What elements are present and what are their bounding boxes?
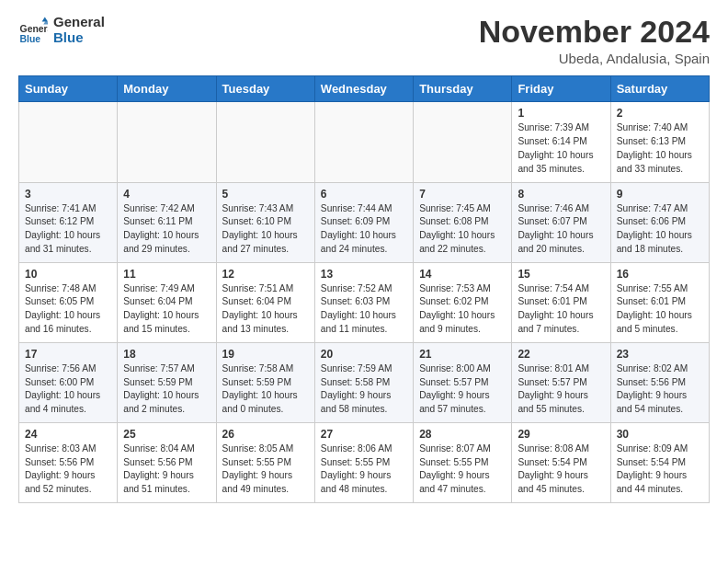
title-block: November 2024 Ubeda, Andalusia, Spain <box>479 15 710 66</box>
month-title: November 2024 <box>479 15 710 49</box>
day-info: Sunrise: 7:54 AM Sunset: 6:01 PM Dayligh… <box>518 282 604 337</box>
day-info: Sunrise: 8:05 AM Sunset: 5:55 PM Dayligh… <box>222 442 309 497</box>
day-number: 17 <box>25 348 111 361</box>
day-number: 28 <box>419 428 506 441</box>
day-info: Sunrise: 7:47 AM Sunset: 6:06 PM Dayligh… <box>617 202 703 257</box>
svg-text:Blue: Blue <box>20 33 41 43</box>
day-number: 1 <box>518 107 604 120</box>
calendar-cell: 10Sunrise: 7:48 AM Sunset: 6:05 PM Dayli… <box>19 262 118 342</box>
calendar-cell: 18Sunrise: 7:57 AM Sunset: 5:59 PM Dayli… <box>118 342 216 422</box>
day-info: Sunrise: 8:01 AM Sunset: 5:57 PM Dayligh… <box>518 362 604 417</box>
logo-general: General <box>53 15 105 30</box>
page-container: General Blue General Blue November 2024 … <box>0 0 728 522</box>
day-info: Sunrise: 7:58 AM Sunset: 5:59 PM Dayligh… <box>222 362 309 417</box>
calendar-cell: 2Sunrise: 7:40 AM Sunset: 6:13 PM Daylig… <box>610 102 709 182</box>
day-number: 6 <box>321 188 407 201</box>
day-info: Sunrise: 8:06 AM Sunset: 5:55 PM Dayligh… <box>321 442 407 497</box>
day-info: Sunrise: 7:55 AM Sunset: 6:01 PM Dayligh… <box>617 282 703 337</box>
day-number: 18 <box>123 348 210 361</box>
col-header-tuesday: Tuesday <box>216 76 314 102</box>
day-number: 11 <box>123 268 210 281</box>
day-info: Sunrise: 7:42 AM Sunset: 6:11 PM Dayligh… <box>123 202 210 257</box>
day-number: 24 <box>25 428 111 441</box>
calendar-cell: 19Sunrise: 7:58 AM Sunset: 5:59 PM Dayli… <box>216 342 314 422</box>
day-number: 7 <box>419 188 506 201</box>
calendar-cell: 23Sunrise: 8:02 AM Sunset: 5:56 PM Dayli… <box>610 342 709 422</box>
day-info: Sunrise: 7:39 AM Sunset: 6:14 PM Dayligh… <box>518 121 604 176</box>
day-number: 3 <box>25 188 111 201</box>
calendar-table: SundayMondayTuesdayWednesdayThursdayFrid… <box>18 75 710 503</box>
calendar-cell: 22Sunrise: 8:01 AM Sunset: 5:57 PM Dayli… <box>512 342 610 422</box>
location: Ubeda, Andalusia, Spain <box>479 51 710 66</box>
calendar-cell: 9Sunrise: 7:47 AM Sunset: 6:06 PM Daylig… <box>610 182 709 262</box>
day-number: 26 <box>222 428 309 441</box>
day-info: Sunrise: 7:45 AM Sunset: 6:08 PM Dayligh… <box>419 202 506 257</box>
calendar-cell: 27Sunrise: 8:06 AM Sunset: 5:55 PM Dayli… <box>314 422 413 502</box>
calendar-cell: 11Sunrise: 7:49 AM Sunset: 6:04 PM Dayli… <box>118 262 216 342</box>
calendar-cell: 17Sunrise: 7:56 AM Sunset: 6:00 PM Dayli… <box>19 342 118 422</box>
day-number: 16 <box>617 268 703 281</box>
calendar-cell <box>414 102 512 182</box>
day-number: 9 <box>617 188 703 201</box>
day-number: 29 <box>518 428 604 441</box>
day-info: Sunrise: 7:52 AM Sunset: 6:03 PM Dayligh… <box>321 282 407 337</box>
calendar-cell: 7Sunrise: 7:45 AM Sunset: 6:08 PM Daylig… <box>414 182 512 262</box>
calendar-cell <box>118 102 216 182</box>
page-header: General Blue General Blue November 2024 … <box>18 15 710 66</box>
day-info: Sunrise: 8:08 AM Sunset: 5:54 PM Dayligh… <box>518 442 604 497</box>
calendar-cell <box>216 102 314 182</box>
col-header-friday: Friday <box>512 76 610 102</box>
calendar-cell: 24Sunrise: 8:03 AM Sunset: 5:56 PM Dayli… <box>19 422 118 502</box>
calendar-cell: 15Sunrise: 7:54 AM Sunset: 6:01 PM Dayli… <box>512 262 610 342</box>
calendar-cell: 1Sunrise: 7:39 AM Sunset: 6:14 PM Daylig… <box>512 102 610 182</box>
calendar-cell: 16Sunrise: 7:55 AM Sunset: 6:01 PM Dayli… <box>610 262 709 342</box>
day-info: Sunrise: 8:07 AM Sunset: 5:55 PM Dayligh… <box>419 442 506 497</box>
day-number: 13 <box>321 268 407 281</box>
calendar-cell <box>19 102 118 182</box>
day-number: 8 <box>518 188 604 201</box>
day-info: Sunrise: 7:48 AM Sunset: 6:05 PM Dayligh… <box>25 282 111 337</box>
calendar-week-row: 17Sunrise: 7:56 AM Sunset: 6:00 PM Dayli… <box>19 342 710 422</box>
calendar-cell: 12Sunrise: 7:51 AM Sunset: 6:04 PM Dayli… <box>216 262 314 342</box>
logo: General Blue General Blue <box>18 15 105 45</box>
col-header-wednesday: Wednesday <box>314 76 413 102</box>
logo-blue: Blue <box>53 30 105 46</box>
day-number: 5 <box>222 188 309 201</box>
calendar-cell <box>314 102 413 182</box>
day-info: Sunrise: 8:09 AM Sunset: 5:54 PM Dayligh… <box>617 442 703 497</box>
calendar-cell: 4Sunrise: 7:42 AM Sunset: 6:11 PM Daylig… <box>118 182 216 262</box>
day-info: Sunrise: 7:49 AM Sunset: 6:04 PM Dayligh… <box>123 282 210 337</box>
calendar-cell: 20Sunrise: 7:59 AM Sunset: 5:58 PM Dayli… <box>314 342 413 422</box>
day-info: Sunrise: 8:00 AM Sunset: 5:57 PM Dayligh… <box>419 362 506 417</box>
calendar-header-row: SundayMondayTuesdayWednesdayThursdayFrid… <box>19 76 710 102</box>
col-header-thursday: Thursday <box>414 76 512 102</box>
day-info: Sunrise: 7:53 AM Sunset: 6:02 PM Dayligh… <box>419 282 506 337</box>
calendar-cell: 3Sunrise: 7:41 AM Sunset: 6:12 PM Daylig… <box>19 182 118 262</box>
day-number: 22 <box>518 348 604 361</box>
calendar-cell: 21Sunrise: 8:00 AM Sunset: 5:57 PM Dayli… <box>414 342 512 422</box>
day-number: 30 <box>617 428 703 441</box>
day-number: 23 <box>617 348 703 361</box>
calendar-cell: 14Sunrise: 7:53 AM Sunset: 6:02 PM Dayli… <box>414 262 512 342</box>
calendar-cell: 6Sunrise: 7:44 AM Sunset: 6:09 PM Daylig… <box>314 182 413 262</box>
day-number: 25 <box>123 428 210 441</box>
calendar-week-row: 3Sunrise: 7:41 AM Sunset: 6:12 PM Daylig… <box>19 182 710 262</box>
day-number: 19 <box>222 348 309 361</box>
day-info: Sunrise: 7:56 AM Sunset: 6:00 PM Dayligh… <box>25 362 111 417</box>
col-header-saturday: Saturday <box>610 76 709 102</box>
calendar-cell: 8Sunrise: 7:46 AM Sunset: 6:07 PM Daylig… <box>512 182 610 262</box>
day-info: Sunrise: 7:40 AM Sunset: 6:13 PM Dayligh… <box>617 121 703 176</box>
calendar-cell: 25Sunrise: 8:04 AM Sunset: 5:56 PM Dayli… <box>118 422 216 502</box>
day-info: Sunrise: 7:59 AM Sunset: 5:58 PM Dayligh… <box>321 362 407 417</box>
svg-marker-2 <box>42 17 48 21</box>
day-number: 2 <box>617 107 703 120</box>
calendar-week-row: 24Sunrise: 8:03 AM Sunset: 5:56 PM Dayli… <box>19 422 710 502</box>
day-info: Sunrise: 7:46 AM Sunset: 6:07 PM Dayligh… <box>518 202 604 257</box>
day-info: Sunrise: 7:51 AM Sunset: 6:04 PM Dayligh… <box>222 282 309 337</box>
day-info: Sunrise: 7:41 AM Sunset: 6:12 PM Dayligh… <box>25 202 111 257</box>
day-number: 10 <box>25 268 111 281</box>
logo-icon: General Blue <box>18 16 48 45</box>
day-info: Sunrise: 8:02 AM Sunset: 5:56 PM Dayligh… <box>617 362 703 417</box>
day-number: 27 <box>321 428 407 441</box>
day-number: 12 <box>222 268 309 281</box>
